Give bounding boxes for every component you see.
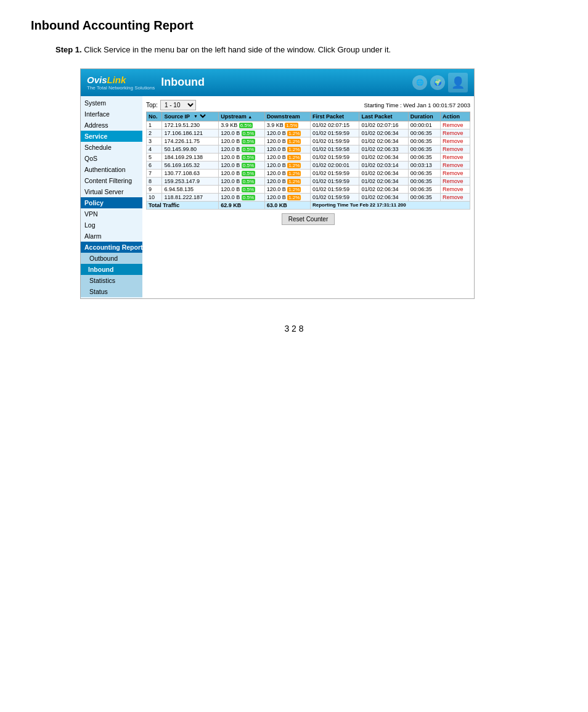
cell-ip: 50.145.99.80 — [162, 145, 219, 153]
cell-ip: 184.169.29.138 — [162, 153, 219, 161]
col-no: No. — [147, 112, 162, 121]
cell-action[interactable]: Remove — [440, 169, 470, 177]
cell-downstream: 120.0 B 1.2% — [264, 177, 310, 185]
table-row: 5 184.169.29.138 120.0 B 0.5% 120.0 B 1.… — [147, 153, 470, 161]
sidebar-item-content-filtering[interactable]: Content Filtering — [81, 175, 142, 186]
cell-upstream: 120.0 B 0.5% — [219, 193, 264, 201]
sidebar-item-vpn[interactable]: VPN — [81, 208, 142, 219]
cell-action[interactable]: Remove — [440, 161, 470, 169]
cell-downstream: 120.0 B 1.2% — [264, 145, 310, 153]
sidebar-item-interface[interactable]: Interface — [81, 108, 142, 120]
sidebar-item-virtual-server[interactable]: Virtual Server — [81, 186, 142, 197]
reset-counter-button[interactable]: Reset Counter — [282, 213, 335, 225]
col-source-ip[interactable]: Source IP ▼ — [162, 112, 219, 121]
globe2-icon[interactable]: 🌍 — [430, 75, 445, 90]
remove-link[interactable]: Remove — [443, 154, 463, 160]
sidebar-item-alarm[interactable]: Alarm — [81, 231, 142, 242]
cell-duration: 00:06:35 — [408, 177, 440, 185]
cell-ip: 159.253.147.9 — [162, 177, 219, 185]
cell-action[interactable]: Remove — [440, 137, 470, 145]
logo-tagline: The Total Networking Solutions — [87, 85, 155, 91]
content-panel: Top: 1 - 10 11 - 20 Starting Time : Wed … — [142, 96, 474, 298]
sidebar-item-status[interactable]: Status — [81, 286, 142, 297]
cell-no: 2 — [147, 129, 162, 137]
sidebar-item-accounting-report[interactable]: Accounting Report — [81, 242, 142, 253]
cell-ip: 56.169.165.32 — [162, 161, 219, 169]
step-description: Click Service in the menu bar on the lef… — [84, 45, 391, 54]
remove-link[interactable]: Remove — [443, 130, 463, 136]
cell-duration: 00:06:35 — [408, 193, 440, 201]
total-row: Total Traffic 62.9 KB 63.0 KB Reporting … — [147, 201, 470, 209]
cell-duration: 00:03:13 — [408, 161, 440, 169]
remove-link[interactable]: Remove — [443, 178, 463, 184]
upstream-badge: 0.5% — [242, 155, 255, 160]
cell-duration: 00:06:35 — [408, 169, 440, 177]
downstream-badge: 1.2% — [287, 163, 301, 168]
sidebar-item-system[interactable]: System — [81, 97, 142, 108]
cell-ip: 172.19.51.230 — [162, 121, 219, 129]
sidebar-item-inbound[interactable]: Inbound — [81, 264, 142, 275]
logo-link: Link — [107, 75, 126, 85]
cell-first-packet: 01/02 02:00:01 — [310, 161, 359, 169]
upstream-badge: 6.5% — [239, 123, 253, 128]
table-row: 8 159.253.147.9 120.0 B 0.5% 120.0 B 1.2… — [147, 177, 470, 185]
upstream-badge: 0.5% — [242, 131, 255, 136]
downstream-badge: 1.2% — [287, 147, 301, 152]
col-duration: Duration — [408, 112, 440, 121]
remove-link[interactable]: Remove — [443, 146, 463, 152]
page-title: Inbound Accounting Report — [31, 18, 557, 33]
cell-last-packet: 01/02 02:06:34 — [359, 153, 408, 161]
remove-link[interactable]: Remove — [443, 186, 463, 192]
cell-upstream: 120.0 B 0.5% — [219, 153, 264, 161]
downstream-badge: 1.2% — [287, 139, 301, 144]
total-downstream: 63.0 KB — [264, 201, 310, 209]
remove-link[interactable]: Remove — [443, 162, 463, 168]
sidebar-item-qos[interactable]: QoS — [81, 153, 142, 164]
cell-first-packet: 01/02 01:59:59 — [310, 185, 359, 193]
source-ip-filter[interactable]: ▼ — [191, 113, 208, 119]
cell-downstream: 120.0 B 1.2% — [264, 169, 310, 177]
downstream-badge: 1.5% — [285, 123, 298, 128]
globe-icon[interactable]: 🌐 — [412, 75, 427, 90]
cell-action[interactable]: Remove — [440, 177, 470, 185]
cell-no: 5 — [147, 153, 162, 161]
remove-link[interactable]: Remove — [443, 194, 463, 200]
cell-action[interactable]: Remove — [440, 121, 470, 129]
cell-duration: 00:00:01 — [408, 121, 440, 129]
remove-link[interactable]: Remove — [443, 138, 463, 144]
cell-last-packet: 01/02 02:06:34 — [359, 193, 408, 201]
sidebar-item-schedule[interactable]: Schedule — [81, 142, 142, 153]
cell-action[interactable]: Remove — [440, 193, 470, 201]
cell-no: 1 — [147, 121, 162, 129]
cell-first-packet: 01/02 01:59:59 — [310, 129, 359, 137]
table-row: 7 130.77.108.63 120.0 B 0.5% 120.0 B 1.2… — [147, 169, 470, 177]
downstream-badge: 1.2% — [287, 195, 301, 200]
cell-action[interactable]: Remove — [440, 129, 470, 137]
sidebar-item-authentication[interactable]: Authentication — [81, 164, 142, 175]
downstream-badge: 1.2% — [287, 171, 301, 176]
remove-link[interactable]: Remove — [443, 122, 463, 128]
cell-downstream: 120.0 B 1.2% — [264, 137, 310, 145]
sidebar-item-log[interactable]: Log — [81, 219, 142, 231]
cell-no: 3 — [147, 137, 162, 145]
downstream-badge: 1.2% — [287, 179, 301, 184]
cell-action[interactable]: Remove — [440, 185, 470, 193]
cell-action[interactable]: Remove — [440, 145, 470, 153]
sidebar-item-address[interactable]: Address — [81, 120, 142, 131]
cell-downstream: 3.9 KB 1.5% — [264, 121, 310, 129]
sidebar-item-service[interactable]: Service — [81, 131, 142, 142]
remove-link[interactable]: Remove — [443, 170, 463, 176]
cell-no: 9 — [147, 185, 162, 193]
cell-no: 4 — [147, 145, 162, 153]
sidebar-item-outbound[interactable]: Outbound — [81, 253, 142, 264]
cell-action[interactable]: Remove — [440, 153, 470, 161]
col-upstream[interactable]: Upstream ▲ — [219, 112, 264, 121]
cell-downstream: 120.0 B 1.2% — [264, 185, 310, 193]
sidebar-item-statistics[interactable]: Statistics — [81, 275, 142, 286]
top-select[interactable]: 1 - 10 11 - 20 — [160, 100, 196, 110]
reset-btn-area: Reset Counter — [146, 213, 470, 225]
col-last-packet: Last Packet — [359, 112, 408, 121]
cell-no: 8 — [147, 177, 162, 185]
table-row: 10 118.81.222.187 120.0 B 0.5% 120.0 B 1… — [147, 193, 470, 201]
sidebar-item-policy[interactable]: Policy — [81, 197, 142, 208]
